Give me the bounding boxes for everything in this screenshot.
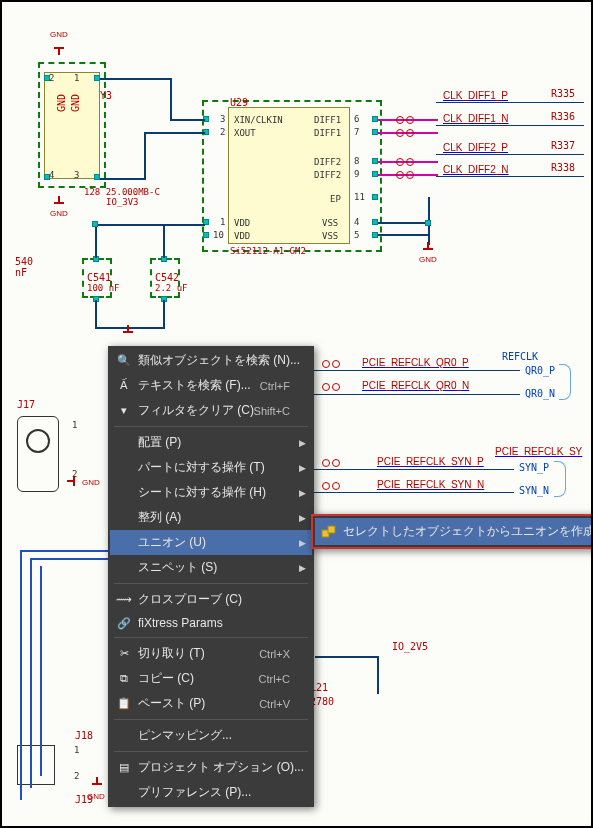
pn7: 7 — [354, 127, 359, 137]
p-d1b: DIFF1 — [314, 128, 341, 138]
conn-j17[interactable] — [17, 416, 59, 492]
xtal-val: 128 25.000MB-C — [84, 187, 160, 197]
menu-sheet-ops[interactable]: シートに対する操作 (H) ▶ — [110, 480, 312, 505]
net-synn: PCIE_REFCLK_SYN_N — [377, 479, 484, 490]
menu-project-options[interactable]: ▤ プロジェクト オプション (O)... — [110, 755, 312, 780]
menu-crossprobe[interactable]: ⟿ クロスプローブ (C) — [110, 587, 312, 612]
menu-paste[interactable]: 📋 ペースト (P) Ctrl+V — [110, 691, 312, 716]
gnd-rot: GND — [56, 94, 67, 112]
context-menu[interactable]: 🔍 類似オブジェクトを検索 (N)... Ấ テキストを検索 (F)... Ct… — [108, 346, 314, 807]
chevron-right-icon: ▶ — [299, 538, 306, 548]
net-d2n: CLK_DIFF2_N — [443, 164, 509, 175]
p-vdd2: VDD — [234, 231, 250, 241]
pn6: 6 — [354, 114, 359, 124]
shortcut: Ctrl+V — [259, 698, 290, 710]
diff-sym1 — [396, 116, 414, 124]
magnifier-icon: 🔍 — [116, 353, 132, 369]
diff-sym2 — [396, 129, 414, 137]
union-icon — [321, 524, 337, 540]
shortcut: Ctrl+F — [260, 380, 290, 392]
j18-p2: 2 — [74, 771, 79, 781]
menu-label: コピー (C) — [138, 670, 194, 687]
separator — [114, 637, 308, 638]
pn1a: 1 — [220, 217, 225, 227]
diff-sym4 — [396, 171, 414, 179]
pin3: 3 — [74, 170, 79, 180]
menu-label: 配置 (P) — [138, 434, 181, 451]
chevron-right-icon: ▶ — [299, 563, 306, 573]
funnel-icon: ▾ — [116, 403, 132, 419]
submenu-create-union[interactable]: セレクトしたオブジェクトからユニオンを作成 — [315, 518, 593, 545]
u29-ref: U29 — [230, 97, 248, 108]
net-sylong: PCIE_REFCLK_SY — [495, 446, 582, 457]
p-vss1: VSS — [322, 218, 338, 228]
pin2: 2 — [49, 73, 54, 83]
menu-label: ユニオン (U) — [138, 534, 206, 551]
j17: J17 — [17, 399, 35, 410]
shortcut: Ctrl+C — [259, 673, 290, 685]
menu-preferences[interactable]: プリファレンス (P)... — [110, 780, 312, 805]
gnd-bl1 — [90, 777, 104, 791]
union-submenu[interactable]: セレクトしたオブジェクトからユニオンを作成 — [311, 514, 593, 549]
gnd-icon2 — [52, 196, 66, 210]
b-synp: SYN_P — [519, 462, 549, 473]
ds6 — [322, 383, 340, 391]
gnd-j17t: GND — [82, 478, 100, 487]
gnd-rt: GND — [419, 255, 437, 264]
pn8: 8 — [354, 156, 359, 166]
chevron-right-icon: ▶ — [299, 463, 306, 473]
menu-cut[interactable]: ✂ 切り取り (T) Ctrl+X — [110, 641, 312, 666]
gnd-t1: GND — [50, 30, 68, 39]
shortcut: Shift+C — [254, 405, 290, 417]
menu-label: ピンマッピング... — [138, 727, 232, 744]
p-xin: XIN/CLKIN — [234, 115, 283, 125]
chevron-right-icon: ▶ — [299, 513, 306, 523]
b-synn: SYN_N — [519, 485, 549, 496]
io2v5: IO_2V5 — [392, 641, 428, 652]
c542: C542 — [155, 272, 179, 283]
pn4: 4 — [354, 217, 359, 227]
menu-clear-filter[interactable]: ▾ フィルタをクリア (C) Shift+C — [110, 398, 312, 423]
menu-find-similar[interactable]: 🔍 類似オブジェクトを検索 (N)... — [110, 348, 312, 373]
menu-fixtress[interactable]: 🔗 fiXtress Params — [110, 612, 312, 634]
b-q0p: QR0_P — [525, 365, 555, 376]
menu-find-text[interactable]: Ấ テキストを検索 (F)... Ctrl+F — [110, 373, 312, 398]
submenu-label: セレクトしたオブジェクトからユニオンを作成 — [343, 523, 593, 540]
gnd-c — [121, 325, 135, 339]
menu-pinmap[interactable]: ピンマッピング... — [110, 723, 312, 748]
p-vss2: VSS — [322, 231, 338, 241]
menu-snippet[interactable]: スニペット (S) ▶ — [110, 555, 312, 580]
menu-copy[interactable]: ⧉ コピー (C) Ctrl+C — [110, 666, 312, 691]
r338: R338 — [551, 162, 575, 173]
c541: C541 — [87, 272, 111, 283]
p-ep: EP — [330, 194, 341, 204]
p-d2a: DIFF2 — [314, 157, 341, 167]
chevron-right-icon: ▶ — [299, 438, 306, 448]
menu-label: 類似オブジェクトを検索 (N)... — [138, 352, 300, 369]
ds8 — [322, 482, 340, 490]
r335: R335 — [551, 88, 575, 99]
pn2: 2 — [220, 127, 225, 137]
conn-j18[interactable] — [17, 745, 55, 785]
u29-part: Si52112-A1-GM2 — [230, 246, 306, 256]
brace2 — [554, 461, 566, 497]
p-d1a: DIFF1 — [314, 115, 341, 125]
menu-place[interactable]: 配置 (P) ▶ — [110, 430, 312, 455]
gnd-j17 — [67, 474, 81, 488]
copy-icon: ⧉ — [116, 671, 132, 687]
menu-label: 整列 (A) — [138, 509, 181, 526]
b-refclk: REFCLK — [502, 351, 538, 362]
menu-align[interactable]: 整列 (A) ▶ — [110, 505, 312, 530]
menu-label: テキストを検索 (F)... — [138, 377, 251, 394]
scissors-icon: ✂ — [116, 646, 132, 662]
ds5 — [322, 360, 340, 368]
menu-union[interactable]: ユニオン (U) ▶ — [110, 530, 312, 555]
c541v: 100 nF — [87, 283, 120, 293]
menu-part-ops[interactable]: パートに対する操作 (T) ▶ — [110, 455, 312, 480]
gnd-rot2: GND — [70, 94, 81, 112]
paste-icon: 📋 — [116, 696, 132, 712]
gnd-bl1t: GND — [87, 792, 105, 801]
net-synp: PCIE_REFCLK_SYN_P — [377, 456, 484, 467]
net-q0n: PCIE_REFCLK_QR0_N — [362, 380, 469, 391]
net-d2p: CLK_DIFF2_P — [443, 142, 508, 153]
